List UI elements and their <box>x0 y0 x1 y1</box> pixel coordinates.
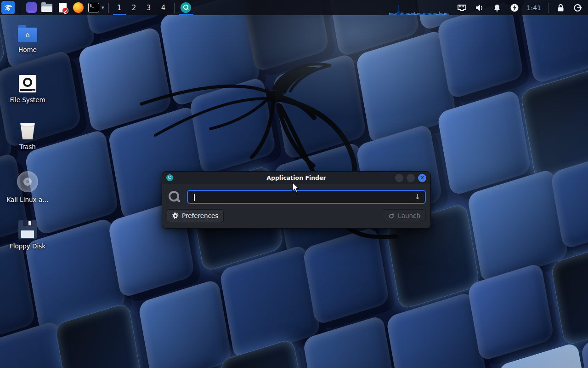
bell-icon <box>493 4 501 12</box>
kali-logo-icon <box>4 3 13 12</box>
desktop-icon-label: Trash <box>6 143 50 150</box>
window-title: Application Finder <box>190 174 403 181</box>
document-icon <box>59 3 67 12</box>
desktop-icon-trash[interactable]: Trash <box>6 122 50 150</box>
workspace-label: 3 <box>147 4 151 12</box>
panel-clock[interactable]: 1:41 <box>527 4 541 12</box>
launcher-text-editor[interactable] <box>57 1 68 14</box>
panel-separator <box>108 3 109 13</box>
notifications-tray-icon[interactable] <box>492 1 503 14</box>
desktop-icon-label: Home <box>6 46 50 53</box>
launcher-file-manager[interactable] <box>41 1 53 14</box>
workspace-2[interactable]: 2 <box>127 0 141 15</box>
launch-gear-icon <box>388 213 395 219</box>
launch-label: Launch <box>398 212 420 219</box>
app-window-icon <box>26 2 37 13</box>
workspace-label: 4 <box>161 4 166 12</box>
system-load-graph[interactable] <box>389 0 449 15</box>
lock-screen-button[interactable] <box>555 1 566 14</box>
top-panel: $_ ▾ 1 2 3 4 <box>0 0 588 15</box>
desktop-icon-kali-cd[interactable]: Kali Linux a… <box>6 171 50 203</box>
panel-separator <box>174 3 175 13</box>
application-finder-window: Application Finder ✕ ↓ Preferences <box>162 171 431 229</box>
firefox-icon <box>73 2 84 13</box>
minimize-button[interactable] <box>395 174 403 182</box>
volume-tray-icon[interactable] <box>474 1 485 14</box>
desktop-icon-home[interactable]: ⌂ Home <box>6 28 50 53</box>
maximize-button[interactable] <box>407 174 415 182</box>
lock-icon <box>557 4 565 12</box>
desktop-icon-label: Floppy Disk <box>6 242 50 250</box>
logout-button[interactable] <box>572 1 583 14</box>
dropdown-arrow-icon[interactable]: ↓ <box>414 193 420 201</box>
chevron-down-icon[interactable]: ▾ <box>102 5 104 11</box>
hard-drive-icon <box>19 75 36 92</box>
application-finder-icon <box>181 2 191 13</box>
workspace-3[interactable]: 3 <box>141 0 156 15</box>
text-caret <box>194 194 195 201</box>
workspace-label: 1 <box>117 4 122 12</box>
search-input[interactable]: ↓ <box>187 190 426 204</box>
preferences-label: Preferences <box>182 212 218 219</box>
terminal-icon: $_ <box>88 3 99 12</box>
ethernet-icon <box>457 4 467 12</box>
logout-icon <box>573 3 582 12</box>
workspace-1[interactable]: 1 <box>112 0 127 15</box>
home-folder-icon: ⌂ <box>18 28 37 42</box>
launcher-app-window[interactable] <box>25 1 37 14</box>
workspace-label: 2 <box>132 4 136 12</box>
mouse-cursor <box>291 182 301 193</box>
search-icon <box>167 190 181 204</box>
trash-icon <box>20 122 35 139</box>
taskbar-application-finder[interactable] <box>178 0 194 15</box>
desktop-icon-label: Kali Linux a… <box>6 196 50 203</box>
gear-icon <box>172 213 179 219</box>
speaker-icon <box>475 4 484 12</box>
window-app-icon <box>166 174 173 181</box>
power-manager-tray-icon[interactable] <box>509 1 520 14</box>
desktop-icon-floppy[interactable]: Floppy Disk <box>6 220 50 250</box>
launcher-firefox[interactable] <box>72 1 84 14</box>
power-manager-icon <box>510 3 519 12</box>
panel-separator <box>548 3 548 13</box>
launcher-terminal[interactable]: $_ <box>88 1 100 14</box>
floppy-disk-icon <box>18 220 37 239</box>
folder-icon <box>41 4 52 12</box>
workspace-4[interactable]: 4 <box>156 0 171 15</box>
network-tray-icon[interactable] <box>457 1 468 14</box>
desktop-icon-file-system[interactable]: File System <box>6 75 50 104</box>
preferences-button[interactable]: Preferences <box>167 209 224 222</box>
panel-separator <box>20 3 20 13</box>
cd-disc-icon <box>17 171 38 192</box>
desktop-icon-label: File System <box>6 96 50 104</box>
launch-button[interactable]: Launch <box>383 209 426 222</box>
close-button[interactable]: ✕ <box>418 174 426 182</box>
applications-menu-button[interactable] <box>1 1 15 14</box>
